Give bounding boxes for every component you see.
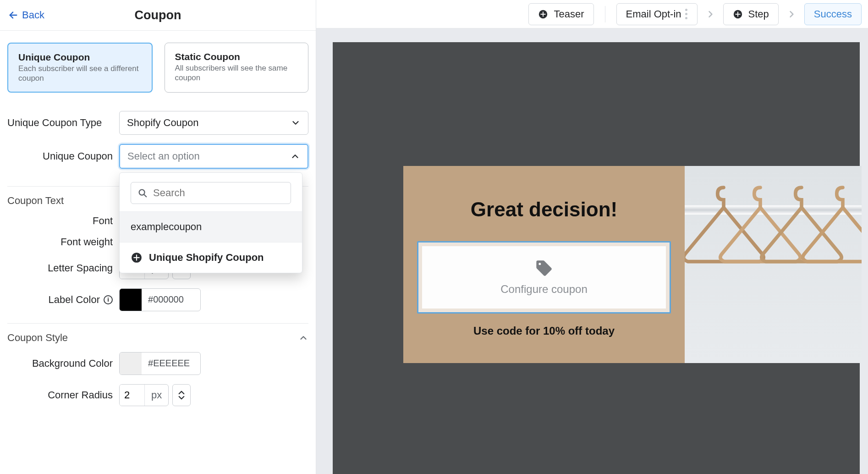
step-add-label: Step	[748, 8, 769, 20]
row-unique-coupon: Unique Coupon Select an option	[7, 144, 308, 169]
popup-image	[685, 166, 862, 363]
coupon-type-static-desc: All subscribers will see the same coupon	[175, 63, 298, 83]
chevron-down-icon	[291, 118, 301, 128]
popup-subtext: Use code for 10% off today	[417, 325, 671, 337]
coupon-type-unique-desc: Each subscriber will see a different cou…	[18, 64, 142, 83]
step-success-label: Success	[814, 8, 852, 20]
label-color-text: #000000	[142, 294, 190, 305]
corner-radius-input-group: px	[119, 384, 169, 406]
coupon-type-unique-title: Unique Coupon	[18, 52, 142, 63]
preview-panel: Teaser Email Opt-in Step Success Great	[316, 0, 868, 474]
dropdown-add-unique-shopify-coupon[interactable]: Unique Shopify Coupon	[120, 242, 302, 273]
back-button[interactable]: Back	[4, 6, 49, 24]
step-teaser[interactable]: Teaser	[528, 3, 593, 25]
section-coupon-text-label: Coupon Text	[7, 195, 64, 207]
chevron-right-icon	[787, 10, 796, 19]
row-label-color: Label Color i #000000	[7, 288, 308, 311]
chevron-up-icon	[290, 151, 300, 161]
coupon-block[interactable]: Configure coupon	[417, 241, 671, 314]
step-add[interactable]: Step	[723, 3, 779, 25]
step-email-optin-label: Email Opt-in	[626, 8, 681, 20]
label-font-weight: Font weight	[7, 236, 119, 248]
dropdown-option-label: examplecoupon	[131, 221, 202, 233]
chevron-up-icon	[177, 390, 186, 395]
corner-radius-stepper[interactable]	[172, 384, 191, 406]
popup-headline: Great decision!	[417, 198, 671, 221]
svg-rect-8	[541, 14, 546, 15]
select-unique-coupon-type[interactable]: Shopify Coupon	[119, 111, 308, 135]
info-icon[interactable]: i	[104, 295, 113, 304]
search-icon	[137, 188, 148, 198]
label-corner-radius: Corner Radius	[7, 389, 119, 401]
hanger-icon	[799, 182, 862, 282]
label-color-picker[interactable]: #000000	[119, 288, 201, 311]
arrow-left-icon	[8, 10, 18, 20]
section-coupon-style[interactable]: Coupon Style	[7, 323, 308, 352]
coupon-type-static[interactable]: Static Coupon All subscribers will see t…	[165, 43, 309, 93]
dropdown-add-label: Unique Shopify Coupon	[149, 252, 264, 264]
plus-circle-icon	[131, 252, 143, 264]
plus-circle-icon	[733, 9, 743, 19]
popup-card[interactable]: Great decision! Configure coupon Use cod…	[403, 166, 685, 363]
step-teaser-label: Teaser	[554, 8, 584, 20]
divider	[605, 6, 605, 22]
svg-line-2	[144, 194, 146, 197]
label-letter-spacing: Letter Spacing	[7, 262, 119, 274]
dropdown-search-input[interactable]	[153, 187, 284, 199]
svg-rect-11	[735, 14, 740, 15]
dropdown-search[interactable]	[131, 182, 291, 204]
coupon-configure-text: Configure coupon	[500, 283, 587, 296]
row-corner-radius: Corner Radius px	[7, 384, 308, 406]
label-font: Font	[7, 215, 119, 227]
bg-color-picker[interactable]: #EEEEEE	[119, 352, 201, 375]
page-title: Coupon	[135, 8, 181, 22]
svg-rect-5	[134, 257, 140, 258]
tag-icon	[535, 259, 553, 277]
corner-radius-input[interactable]	[120, 385, 144, 406]
step-email-optin[interactable]: Email Opt-in	[616, 3, 698, 25]
corner-radius-unit: px	[144, 385, 168, 406]
chevron-up-icon	[298, 333, 308, 343]
kebab-icon[interactable]	[685, 9, 688, 19]
back-label: Back	[22, 9, 44, 21]
coupon-type-selector: Unique Coupon Each subscriber will see a…	[7, 43, 308, 93]
select-unique-coupon-type-value: Shopify Coupon	[127, 117, 199, 129]
chevron-down-icon	[177, 395, 186, 401]
dropdown-option-examplecoupon[interactable]: examplecoupon	[120, 211, 302, 242]
settings-panel: Back Coupon Unique Coupon Each subscribe…	[0, 0, 316, 474]
section-coupon-style-label: Coupon Style	[7, 332, 68, 344]
bg-color-text: #EEEEEE	[142, 358, 196, 369]
unique-coupon-dropdown: examplecoupon Unique Shopify Coupon	[119, 172, 302, 273]
settings-header: Back Coupon	[0, 0, 316, 31]
bg-color-swatch	[120, 353, 142, 375]
popup-preview: Great decision! Configure coupon Use cod…	[403, 166, 862, 363]
label-label-color: Label Color	[48, 294, 100, 306]
select-unique-coupon-placeholder: Select an option	[127, 150, 200, 162]
plus-circle-icon	[538, 9, 548, 19]
label-color-swatch	[120, 289, 142, 311]
label-bg-color: Background Color	[7, 358, 119, 369]
step-success[interactable]: Success	[804, 3, 862, 25]
row-bg-color: Background Color #EEEEEE	[7, 352, 308, 375]
canvas-area: Great decision! Configure coupon Use cod…	[316, 28, 868, 474]
row-unique-coupon-type: Unique Coupon Type Shopify Coupon	[7, 111, 308, 135]
label-unique-coupon: Unique Coupon	[7, 150, 119, 162]
coupon-type-unique[interactable]: Unique Coupon Each subscriber will see a…	[7, 43, 153, 93]
dropdown-search-wrap	[120, 173, 302, 211]
chevron-right-icon	[706, 10, 715, 19]
canvas-frame: Great decision! Configure coupon Use cod…	[333, 42, 860, 474]
coupon-type-static-title: Static Coupon	[175, 51, 298, 62]
select-unique-coupon[interactable]: Select an option	[119, 144, 308, 169]
step-bar: Teaser Email Opt-in Step Success	[316, 0, 868, 28]
label-unique-coupon-type: Unique Coupon Type	[7, 117, 119, 129]
